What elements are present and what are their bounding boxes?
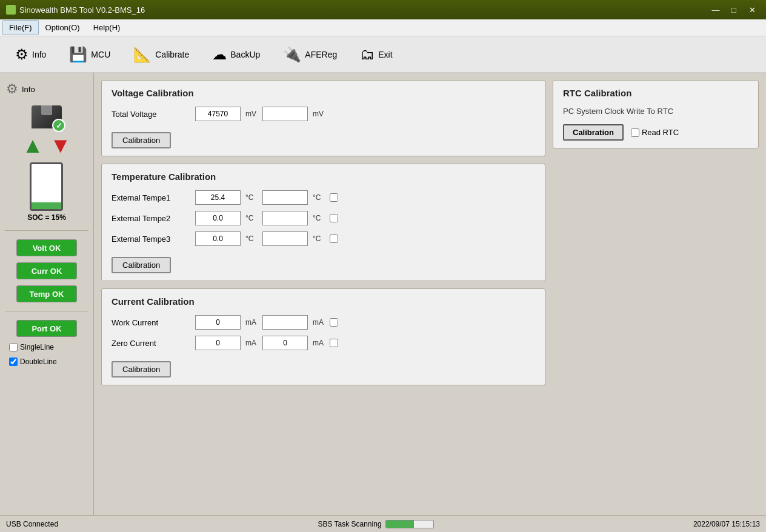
current-calibration-button[interactable]: Calibration bbox=[112, 361, 171, 377]
work-current-checkbox[interactable] bbox=[330, 318, 338, 327]
zero-current-input2[interactable] bbox=[262, 336, 308, 350]
zero-current-unit1: mA bbox=[245, 339, 258, 347]
soc-label: SOC = 15% bbox=[27, 213, 66, 222]
battery-icon bbox=[30, 162, 63, 211]
read-rtc-label: Read RTC bbox=[642, 128, 679, 137]
toolbar-backup-button[interactable]: ☁ BackUp bbox=[203, 42, 269, 67]
total-voltage-unit1: mV bbox=[245, 110, 258, 118]
toolbar-calibrate-button[interactable]: 📐 Calibrate bbox=[124, 42, 198, 67]
tempe2-label: External Tempe2 bbox=[112, 214, 190, 223]
single-line-label: SingleLine bbox=[20, 343, 54, 351]
double-line-row: DoubleLine bbox=[0, 357, 93, 366]
arrow-icons: ▲ ▼ bbox=[22, 135, 71, 156]
volt-ok-button[interactable]: Volt OK bbox=[16, 239, 77, 256]
read-rtc-checkbox[interactable] bbox=[631, 128, 639, 137]
zero-current-row: Zero Current mA mA bbox=[112, 336, 535, 350]
sidebar-info: ⚙ Info bbox=[0, 79, 93, 99]
tempe3-input1[interactable] bbox=[195, 231, 241, 246]
curr-ok-button[interactable]: Curr OK bbox=[16, 262, 77, 279]
work-current-unit2: mA bbox=[313, 318, 325, 327]
tempe1-row: External Tempe1 °C °C bbox=[112, 190, 535, 205]
arrow-up-icon: ▲ bbox=[22, 135, 44, 156]
arrow-down-icon: ▼ bbox=[50, 135, 72, 156]
usb-body: ✓ bbox=[32, 105, 62, 128]
exit-icon: 🗂 bbox=[360, 46, 375, 63]
toolbar-calibrate-label: Calibrate bbox=[155, 50, 189, 59]
tempe3-label: External Tempe3 bbox=[112, 234, 190, 244]
tempe3-unit2: °C bbox=[313, 234, 325, 243]
maximize-button[interactable]: □ bbox=[726, 4, 742, 16]
single-line-checkbox[interactable] bbox=[9, 343, 18, 351]
tempe1-checkbox[interactable] bbox=[330, 193, 338, 202]
tempe1-unit1: °C bbox=[245, 193, 258, 202]
tempe2-checkbox[interactable] bbox=[330, 214, 338, 222]
title-bar-controls: — □ ✕ bbox=[708, 4, 760, 16]
current-calibration-title: Current Calibration bbox=[112, 296, 535, 307]
usb-plug bbox=[41, 105, 52, 115]
sidebar: ⚙ Info ✓ ▲ ▼ SOC = 15% Volt OK Curr OK bbox=[0, 73, 94, 515]
toolbar-afereg-button[interactable]: 🔌 AFEReg bbox=[274, 42, 346, 67]
toolbar-mcu-button[interactable]: 💾 MCU bbox=[60, 42, 119, 67]
total-voltage-input1[interactable] bbox=[195, 107, 241, 121]
voltage-calibration-title: Voltage Calibration bbox=[112, 88, 535, 98]
sidebar-divider-2 bbox=[5, 311, 89, 311]
work-current-input1[interactable] bbox=[195, 315, 241, 330]
sidebar-gear-icon: ⚙ bbox=[6, 81, 18, 97]
tempe3-input2[interactable] bbox=[262, 231, 308, 246]
tempe3-checkbox[interactable] bbox=[330, 234, 338, 243]
zero-current-checkbox[interactable] bbox=[330, 339, 338, 347]
toolbar-mcu-label: MCU bbox=[91, 50, 110, 59]
zero-current-input1[interactable] bbox=[195, 336, 241, 350]
tempe1-input2[interactable] bbox=[262, 190, 308, 205]
port-ok-button[interactable]: Port OK bbox=[16, 320, 77, 337]
status-center: SBS Task Scanning bbox=[318, 520, 433, 528]
toolbar-info-button[interactable]: ⚙ Info bbox=[6, 42, 55, 67]
sidebar-info-label: Info bbox=[22, 85, 35, 94]
temp-ok-button[interactable]: Temp OK bbox=[16, 285, 77, 302]
single-line-row: SingleLine bbox=[0, 343, 93, 351]
temperature-calibration-button[interactable]: Calibration bbox=[112, 257, 171, 273]
temperature-calibration-panel: Temperature Calibration External Tempe1 … bbox=[101, 164, 545, 281]
tempe1-input1[interactable] bbox=[195, 190, 241, 205]
work-current-label: Work Current bbox=[112, 318, 190, 327]
status-timestamp: 2022/09/07 15:15:13 bbox=[693, 520, 760, 528]
status-left-text: USB Connected bbox=[6, 520, 58, 528]
app-icon bbox=[6, 5, 16, 15]
menu-file[interactable]: File(F) bbox=[2, 20, 39, 35]
rtc-calibration-button[interactable]: Calibration bbox=[563, 124, 624, 141]
read-rtc-row: Read RTC bbox=[631, 128, 679, 137]
work-current-row: Work Current mA mA bbox=[112, 315, 535, 330]
title-bar-title: Sinowealth BMS Tool V0.2-BMS_16 bbox=[19, 5, 145, 15]
temperature-calibration-title: Temperature Calibration bbox=[112, 171, 535, 182]
total-voltage-row: Total Voltage mV mV bbox=[112, 107, 535, 121]
tempe2-input2[interactable] bbox=[262, 211, 308, 225]
content-right: RTC Calibration PC System Clock Write To… bbox=[553, 80, 759, 508]
tempe1-unit2: °C bbox=[313, 193, 325, 202]
tempe2-input1[interactable] bbox=[195, 211, 241, 225]
voltage-calibration-button[interactable]: Calibration bbox=[112, 132, 171, 148]
status-progress-fill bbox=[386, 520, 415, 528]
menu-help[interactable]: Help(H) bbox=[87, 20, 127, 35]
close-button[interactable]: ✕ bbox=[744, 4, 760, 16]
content-area: Voltage Calibration Total Voltage mV mV … bbox=[94, 73, 766, 515]
total-voltage-unit2: mV bbox=[313, 110, 325, 118]
tempe3-unit1: °C bbox=[245, 234, 258, 243]
usb-icon-area: ✓ bbox=[32, 105, 62, 128]
rtc-row: Calibration Read RTC bbox=[563, 124, 748, 141]
toolbar-info-label: Info bbox=[32, 50, 46, 59]
double-line-label: DoubleLine bbox=[20, 357, 57, 366]
work-current-input2[interactable] bbox=[262, 315, 308, 330]
title-bar-left: Sinowealth BMS Tool V0.2-BMS_16 bbox=[6, 5, 145, 15]
rtc-description: PC System Clock Write To RTC bbox=[563, 107, 748, 116]
toolbar-exit-label: Exit bbox=[378, 50, 392, 59]
zero-current-label: Zero Current bbox=[112, 339, 190, 348]
afereg-icon: 🔌 bbox=[283, 46, 301, 63]
tempe2-unit2: °C bbox=[313, 214, 325, 222]
toolbar-exit-button[interactable]: 🗂 Exit bbox=[351, 42, 401, 67]
tempe2-row: External Tempe2 °C °C bbox=[112, 211, 535, 225]
double-line-checkbox[interactable] bbox=[9, 357, 18, 366]
menu-option[interactable]: Option(O) bbox=[39, 20, 87, 35]
rtc-calibration-title: RTC Calibration bbox=[563, 88, 748, 98]
minimize-button[interactable]: — bbox=[708, 4, 724, 16]
total-voltage-input2[interactable] bbox=[262, 107, 308, 121]
